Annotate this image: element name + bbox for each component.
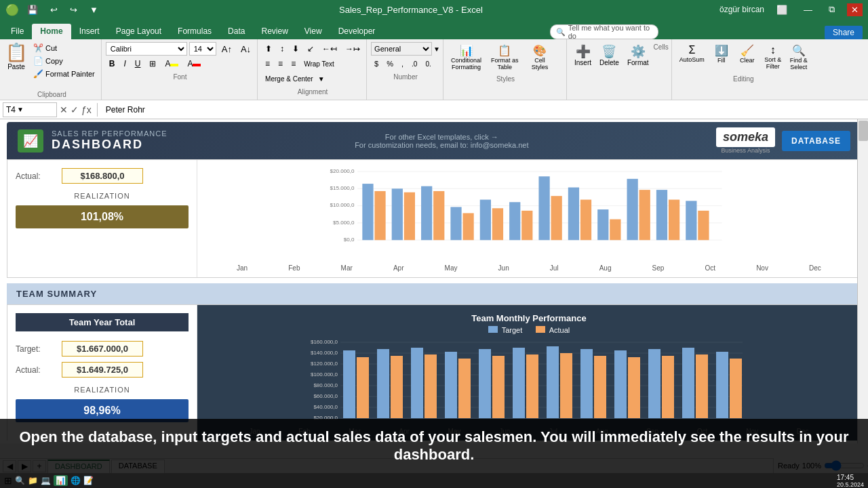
taskbar-notes[interactable]: 📝 [83, 476, 94, 485]
align-middle-button[interactable]: ↕ [277, 42, 288, 56]
vertical-scrollbar[interactable] [857, 119, 868, 443]
number-group-label: Number [371, 72, 440, 81]
database-button[interactable]: DATABASE [782, 131, 850, 151]
fill-icon: ⬇️ [715, 44, 728, 57]
redo-button[interactable]: ↪ [66, 3, 81, 16]
paste-button[interactable]: 📋 Paste [5, 42, 27, 70]
font-size-select[interactable]: 14 [189, 42, 216, 56]
team-realization-label: REALIZATION [16, 386, 189, 394]
delete-icon: 🗑️ [601, 44, 616, 59]
tab-insert[interactable]: Insert [71, 24, 108, 39]
cancel-formula-icon[interactable]: ✕ [60, 104, 68, 115]
align-top-button[interactable]: ⬆ [262, 42, 275, 56]
format-painter-icon: 🖌️ [33, 69, 43, 79]
cut-button[interactable]: ✂️ Cut [30, 42, 98, 54]
fill-button[interactable]: ⬇️ Fill [709, 42, 734, 73]
maximize-button[interactable]: ⧉ [825, 3, 839, 16]
decimal-increase-button[interactable]: .0 [408, 57, 420, 70]
taskbar-excel[interactable]: 📊 [54, 475, 68, 486]
text-direction-button[interactable]: ↙ [304, 42, 317, 56]
clear-icon: 🧹 [741, 44, 754, 57]
undo-button[interactable]: ↩ [46, 3, 62, 16]
conditional-formatting-button[interactable]: 📊 Conditional Formatting [448, 42, 485, 73]
italic-button[interactable]: I [120, 57, 129, 70]
customize-button[interactable]: ▼ [85, 3, 102, 16]
copy-button[interactable]: 📄 Copy [30, 55, 98, 67]
font-family-select[interactable]: Calibri [106, 42, 187, 56]
clear-button[interactable]: 🧹 Clear [735, 42, 760, 73]
search-taskbar[interactable]: 🔍 [15, 476, 25, 485]
tab-view[interactable]: View [296, 24, 330, 39]
taskbar-explorer[interactable]: 📁 [28, 476, 38, 485]
dashboard-wrapper: 📈 SALES REP PERFORMANCE DASHBOARD For ot… [7, 122, 861, 441]
bold-button[interactable]: B [106, 57, 119, 70]
accounting-button[interactable]: $ [371, 57, 382, 70]
fill-color-button[interactable]: A [161, 57, 182, 70]
comma-button[interactable]: , [398, 57, 407, 70]
scrollbar-thumb[interactable] [859, 121, 868, 141]
svg-rect-15 [433, 191, 444, 240]
decrease-font-button[interactable]: A↓ [237, 42, 254, 56]
wrap-text-button[interactable]: Wrap Text [300, 57, 338, 70]
name-box[interactable]: T4 ▼ [3, 102, 57, 117]
tab-formulas[interactable]: Formulas [170, 24, 220, 39]
minimize-button[interactable]: — [800, 3, 816, 16]
border-button[interactable]: ⊞ [146, 57, 159, 70]
confirm-formula-icon[interactable]: ✓ [71, 104, 79, 115]
close-button[interactable]: ✕ [847, 3, 863, 16]
percent-button[interactable]: % [383, 57, 397, 70]
svg-text:$160.000,0: $160.000,0 [311, 339, 338, 345]
share-button[interactable]: Share [825, 26, 863, 39]
svg-text:$140.000,0: $140.000,0 [311, 350, 338, 356]
indent-increase-button[interactable]: →↦ [342, 42, 363, 56]
legend-actual-color [536, 326, 545, 333]
tab-home[interactable]: Home [32, 24, 71, 39]
legend-actual: Actual [536, 326, 570, 334]
format-label: Format [627, 59, 649, 66]
svg-rect-68 [648, 349, 660, 418]
start-button[interactable]: ⊞ [4, 475, 12, 486]
insert-button[interactable]: ➕ Insert [571, 42, 595, 98]
format-painter-button[interactable]: 🖌️ Format Painter [30, 68, 98, 80]
decimal-decrease-button[interactable]: 0. [422, 57, 434, 70]
tab-page-layout[interactable]: Page Layout [108, 24, 170, 39]
tab-file[interactable]: File [3, 24, 32, 39]
taskbar-browser[interactable]: 🌐 [71, 476, 81, 485]
align-center-button[interactable]: ≡ [275, 57, 286, 70]
taskbar-word[interactable]: 💻 [41, 476, 51, 485]
align-bottom-button[interactable]: ⬇ [289, 42, 302, 56]
team-target-row: Target: $1.667.000,0 [16, 341, 189, 357]
tab-developer[interactable]: Developer [330, 24, 384, 39]
formula-bar-divider [97, 103, 98, 117]
tab-review[interactable]: Review [253, 24, 296, 39]
save-button[interactable]: 💾 [23, 3, 42, 16]
paste-icon: 📋 [5, 42, 27, 63]
align-right-button[interactable]: ≡ [288, 57, 299, 70]
tell-me-box[interactable]: 🔍 Tell me what you want to do [550, 24, 658, 39]
dashboard-sub-title: SALES REP PERFORMANCE [52, 129, 167, 138]
format-table-icon: 📋 [498, 44, 511, 57]
find-select-button[interactable]: 🔍 Find & Select [787, 42, 811, 73]
tab-data[interactable]: Data [220, 24, 253, 39]
increase-font-button[interactable]: A↑ [218, 42, 235, 56]
insert-function-icon[interactable]: ƒx [81, 104, 92, 115]
restore-button[interactable]: ⬜ [772, 3, 791, 16]
dashboard-main-title: DASHBOARD [52, 138, 167, 152]
autosum-button[interactable]: Σ AutoSum [676, 42, 708, 73]
number-format-select[interactable]: General [371, 42, 432, 56]
delete-button[interactable]: 🗑️ Delete [596, 42, 623, 98]
font-group-label: Font [106, 72, 254, 81]
cell-styles-button[interactable]: 🎨 Cell Styles [525, 42, 555, 73]
merge-center-button[interactable]: Merge & Center [262, 72, 317, 85]
dashboard-header: 📈 SALES REP PERFORMANCE DASHBOARD For ot… [7, 122, 861, 159]
team-target-label: Target: [16, 344, 56, 354]
underline-button[interactable]: U [132, 57, 144, 70]
format-button[interactable]: ⚙️ Format [624, 42, 652, 98]
format-as-table-button[interactable]: 📋 Format as Table [488, 42, 522, 73]
sort-filter-button[interactable]: ↕️ Sort & Filter [761, 42, 785, 73]
formula-input[interactable] [103, 105, 865, 115]
indent-decrease-button[interactable]: ←↤ [319, 42, 340, 56]
font-color-button[interactable]: A [184, 57, 204, 70]
align-left-button[interactable]: ≡ [262, 57, 273, 70]
search-icon: 🔍 [556, 28, 566, 37]
